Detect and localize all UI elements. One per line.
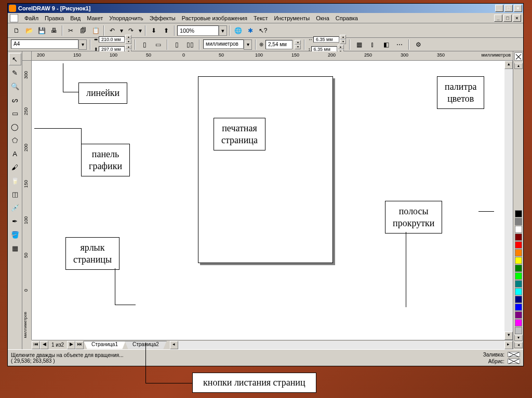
- close-button[interactable]: ×: [514, 5, 522, 12]
- dup-x-field[interactable]: 6.35 мм: [313, 36, 339, 43]
- menu-effects[interactable]: Эффекты: [147, 14, 179, 22]
- color-swatch-7[interactable]: [515, 265, 522, 272]
- cut-button[interactable]: ✂: [65, 25, 76, 36]
- zoom-tool[interactable]: 🔍: [9, 80, 21, 92]
- open-button[interactable]: 📂: [23, 25, 35, 36]
- freehand-tool[interactable]: ᔕ: [9, 93, 21, 106]
- width-spin-up[interactable]: ▴: [125, 35, 131, 39]
- nudge-field[interactable]: 2,54 мм: [265, 40, 292, 49]
- help-cursor-button[interactable]: ↖?: [257, 25, 269, 36]
- color-swatch-3[interactable]: [515, 234, 522, 241]
- copy-button[interactable]: 🗐: [77, 25, 89, 36]
- color-swatch-4[interactable]: [515, 241, 522, 249]
- nudge-spin-down[interactable]: ▾: [295, 45, 301, 49]
- palette-flyout[interactable]: ◂: [514, 342, 523, 348]
- menu-text[interactable]: Текст: [250, 14, 271, 22]
- menu-edit[interactable]: Правка: [42, 14, 67, 22]
- control-menu-icon[interactable]: [10, 14, 18, 22]
- scroll-down-button[interactable]: ▾: [504, 332, 513, 340]
- page-width-field[interactable]: 210.0 мм: [99, 36, 125, 43]
- snap-to-guides-button[interactable]: ⫿: [367, 39, 378, 50]
- color-swatch-10[interactable]: [515, 288, 522, 295]
- export-button[interactable]: ⬆: [161, 25, 172, 36]
- next-page-button[interactable]: ▶: [67, 341, 75, 349]
- horizontal-ruler[interactable]: 200 150 100 50 0 50 100 150 200 250 300 …: [32, 51, 513, 61]
- mdi-minimize-button[interactable]: _: [494, 15, 502, 22]
- menu-view[interactable]: Вид: [67, 14, 84, 22]
- color-swatch-11[interactable]: [515, 296, 522, 303]
- rectangle-tool[interactable]: ▭: [9, 107, 21, 119]
- palette-scroll-up[interactable]: ▴: [514, 63, 523, 69]
- interactive-fill-tool[interactable]: 🖌: [9, 161, 21, 173]
- height-spin-up[interactable]: ▴: [125, 45, 131, 49]
- page-tab-1[interactable]: Страница1: [84, 341, 126, 349]
- menu-file[interactable]: Файл: [21, 14, 42, 22]
- interactive-mesh-tool[interactable]: ▦: [9, 242, 21, 254]
- pick-tool[interactable]: ↖: [9, 53, 21, 65]
- color-swatch-15[interactable]: [515, 327, 522, 334]
- ruler-corner[interactable]: [22, 51, 32, 61]
- outline-swatch[interactable]: [508, 359, 520, 364]
- color-swatch-0[interactable]: [515, 210, 522, 217]
- color-swatch-1[interactable]: [515, 218, 522, 225]
- nudge-spin-up[interactable]: ▴: [295, 40, 301, 45]
- pages-same-button[interactable]: ▯: [171, 39, 182, 50]
- menu-help[interactable]: Справка: [332, 14, 361, 22]
- vertical-scrollbar[interactable]: ▴ ▾: [504, 61, 513, 340]
- paper-size-combo[interactable]: A4 ▾: [11, 39, 87, 50]
- landscape-button[interactable]: ▭: [152, 39, 164, 50]
- mdi-maximize-button[interactable]: □: [503, 15, 512, 22]
- menu-layout[interactable]: Макет: [84, 14, 106, 22]
- menu-window[interactable]: Окна: [313, 14, 332, 22]
- more-button[interactable]: ⋯: [394, 39, 405, 50]
- new-button[interactable]: 🗋: [11, 25, 22, 36]
- zoom-combo[interactable]: 100% ▾: [177, 25, 227, 36]
- snap-to-grid-button[interactable]: ▦: [353, 39, 365, 50]
- pages-different-button[interactable]: ▯▯: [184, 39, 196, 50]
- menu-arrange[interactable]: Упорядочить: [106, 14, 146, 22]
- interactive-blend-tool[interactable]: ◫: [9, 188, 21, 200]
- color-swatch-12[interactable]: [515, 304, 522, 311]
- menu-tools[interactable]: Инструменты: [271, 14, 313, 22]
- polygon-tool[interactable]: ⬠: [9, 134, 21, 146]
- portrait-button[interactable]: ▯: [139, 39, 150, 50]
- ellipse-tool[interactable]: ◯: [9, 120, 21, 133]
- canvas[interactable]: линейки панель графики печатная страница: [32, 61, 504, 340]
- snap-to-objects-button[interactable]: ◧: [380, 39, 392, 50]
- color-swatch-6[interactable]: [515, 257, 522, 264]
- corel-online-button[interactable]: 🌐: [232, 25, 244, 36]
- fill-tool[interactable]: 🪣: [9, 228, 21, 241]
- shape-tool[interactable]: ✎: [9, 66, 21, 79]
- text-tool[interactable]: A: [9, 147, 21, 160]
- print-button[interactable]: 🖶: [48, 25, 60, 36]
- last-page-button[interactable]: ⏭: [75, 341, 84, 349]
- color-swatch-14[interactable]: [515, 319, 522, 326]
- color-swatch-2[interactable]: [515, 226, 522, 233]
- menu-bitmaps[interactable]: Растровые изображения: [179, 14, 250, 22]
- mdi-close-button[interactable]: ×: [513, 15, 521, 22]
- save-button[interactable]: 💾: [36, 25, 47, 36]
- horizontal-scrollbar[interactable]: ◂ ▸: [170, 341, 513, 349]
- units-combo[interactable]: миллиметров ▾: [203, 39, 252, 50]
- import-button[interactable]: ⬇: [148, 25, 159, 36]
- eyedropper-tool[interactable]: 💉: [9, 201, 21, 214]
- palette-scroll-down[interactable]: ▾: [514, 335, 523, 341]
- color-swatch-9[interactable]: [515, 280, 522, 287]
- width-spin-down[interactable]: ▾: [125, 39, 131, 44]
- options-button[interactable]: ⚙: [413, 39, 424, 50]
- minimize-button[interactable]: _: [495, 5, 503, 12]
- color-swatch-8[interactable]: [515, 272, 522, 280]
- prev-page-button[interactable]: ◀: [40, 341, 48, 349]
- outline-tool[interactable]: ✒: [9, 215, 21, 227]
- fill-swatch[interactable]: [508, 352, 520, 357]
- graphics-community-button[interactable]: ✱: [245, 25, 256, 36]
- no-color-swatch[interactable]: [514, 52, 523, 61]
- scroll-up-button[interactable]: ▴: [504, 61, 513, 69]
- interactive-transparency-tool[interactable]: 🥛: [9, 174, 21, 187]
- scroll-right-button[interactable]: ▸: [504, 341, 513, 349]
- color-swatch-13[interactable]: [515, 311, 522, 319]
- color-swatch-5[interactable]: [515, 249, 522, 256]
- vertical-ruler[interactable]: 300 250 200 150 100 50 0 миллиметров: [22, 61, 32, 340]
- redo-dropdown[interactable]: ▾: [138, 25, 143, 36]
- scroll-left-button[interactable]: ◂: [170, 341, 178, 349]
